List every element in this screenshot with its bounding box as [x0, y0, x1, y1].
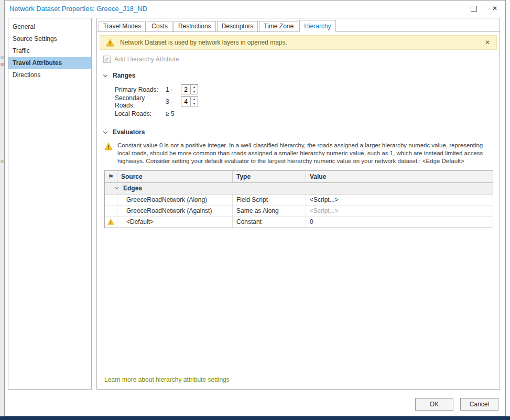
title-bar: Network Dataset Properties: Greece_J18_N…	[5, 1, 505, 16]
spinner-up-button[interactable]: ▴	[191, 85, 198, 90]
source-cell[interactable]: GreeceRoadNetwork (Against)	[117, 206, 233, 217]
chevron-down-icon	[103, 73, 108, 78]
add-hierarchy-attribute-row: ✓ Add Hierarchy Attribute	[103, 56, 500, 63]
ranges-group: Primary Roads: 1 - ▴ ▾ Secondary Roads: …	[115, 83, 500, 120]
background-speck	[1, 56, 4, 59]
evaluators-section-header[interactable]: Evaluators	[103, 128, 500, 136]
row-flag-cell	[105, 195, 117, 206]
app-status-bar	[0, 416, 510, 420]
network-dataset-properties-dialog: Network Dataset Properties: Greece_J18_N…	[4, 0, 506, 416]
edges-group-label: Edges	[123, 185, 142, 192]
spinner-down-button[interactable]: ▾	[191, 90, 198, 94]
warning-icon	[104, 143, 113, 150]
sidebar-item-general[interactable]: General	[8, 21, 91, 33]
flag-column-header: ⚑	[105, 171, 117, 183]
value-cell[interactable]: 0	[306, 217, 493, 228]
tab-restrictions[interactable]: Restrictions	[173, 21, 216, 32]
secondary-roads-lower-bound: 3 -	[166, 98, 180, 105]
evaluators-warning: Constant value 0 is not a positive integ…	[104, 142, 492, 166]
spinner-buttons: ▴ ▾	[190, 85, 198, 94]
maximize-button[interactable]	[463, 1, 484, 16]
primary-roads-label: Primary Roads:	[115, 86, 166, 93]
background-speck	[1, 160, 4, 163]
source-cell[interactable]: <Default>	[117, 217, 233, 228]
local-roads-bound: ≥ 5	[166, 110, 180, 117]
primary-roads-row: Primary Roads: 1 - ▴ ▾	[115, 83, 500, 95]
ranges-title: Ranges	[113, 72, 135, 79]
primary-roads-lower-bound: 1 -	[166, 86, 180, 93]
maximize-icon	[471, 6, 477, 12]
secondary-roads-row: Secondary Roads: 3 - ▴ ▾	[115, 95, 500, 107]
dialog-title: Network Dataset Properties: Greece_J18_N…	[5, 1, 463, 16]
cancel-button[interactable]: Cancel	[460, 398, 498, 411]
sidebar-item-traffic[interactable]: Traffic	[8, 45, 91, 57]
sidebar-item-directions[interactable]: Directions	[8, 69, 91, 81]
warning-banner: Network Dataset is used by network layer…	[100, 35, 497, 50]
ok-button[interactable]: OK	[415, 398, 453, 411]
learn-more-link[interactable]: Learn more about hierarchy attribute set…	[104, 376, 230, 383]
evaluators-warning-text: Constant value 0 is not a positive integ…	[117, 142, 492, 166]
chevron-down-icon	[115, 186, 119, 190]
warning-banner-text: Network Dataset is used by network layer…	[120, 39, 478, 46]
source-cell[interactable]: GreeceRoadNetwork (Along)	[117, 195, 233, 206]
background-speck	[1, 63, 4, 66]
secondary-roads-spinner: ▴ ▾	[181, 96, 198, 106]
content-spacer	[97, 228, 500, 376]
type-cell[interactable]: Field Script	[233, 195, 306, 206]
close-button[interactable]: ✕	[484, 1, 505, 16]
spinner-up-button[interactable]: ▴	[191, 97, 198, 102]
warning-icon	[106, 39, 114, 47]
tab-hierarchy[interactable]: Hierarchy	[299, 20, 335, 32]
value-cell[interactable]: <Script...>	[306, 195, 493, 206]
tab-time-zone[interactable]: Time Zone	[259, 21, 298, 32]
sidebar-item-source-settings[interactable]: Source Settings	[8, 33, 91, 45]
warning-icon	[107, 219, 114, 225]
evaluators-title: Evaluators	[113, 128, 145, 136]
settings-nav: General Source Settings Traffic Travel A…	[8, 18, 92, 390]
dialog-body: General Source Settings Traffic Travel A…	[5, 16, 505, 393]
primary-roads-max-input[interactable]	[181, 85, 190, 94]
type-column-header: Type	[233, 171, 306, 183]
local-roads-row: Local Roads: ≥ 5	[115, 107, 500, 120]
local-roads-label: Local Roads:	[115, 110, 166, 117]
value-column-header: Value	[306, 171, 493, 183]
tab-travel-modes[interactable]: Travel Modes	[99, 21, 146, 32]
secondary-roads-label: Secondary Roads:	[115, 94, 166, 109]
tab-costs[interactable]: Costs	[147, 21, 172, 32]
tab-strip: Travel Modes Costs Restrictions Descript…	[97, 18, 500, 32]
spinner-down-button[interactable]: ▾	[191, 102, 198, 106]
type-cell[interactable]: Same as Along	[233, 206, 306, 217]
flag-icon: ⚑	[108, 174, 114, 180]
primary-roads-spinner: ▴ ▾	[181, 84, 198, 94]
chevron-down-icon	[103, 130, 108, 134]
row-warning-cell	[105, 217, 117, 228]
add-hierarchy-attribute-checkbox[interactable]: ✓	[103, 56, 111, 63]
dialog-footer: OK Cancel	[5, 393, 505, 416]
checkmark-icon: ✓	[104, 57, 109, 62]
close-icon: ✕	[492, 5, 497, 12]
evaluators-table: ⚑ Source Type Value Edges GreeceRoadNetw…	[104, 170, 493, 228]
banner-close-button[interactable]: ✕	[483, 39, 492, 46]
tab-content-panel: Travel Modes Costs Restrictions Descript…	[96, 18, 500, 390]
row-flag-cell	[105, 206, 117, 217]
add-hierarchy-attribute-label: Add Hierarchy Attribute	[114, 56, 179, 63]
source-column-header: Source	[117, 171, 233, 183]
spinner-buttons: ▴ ▾	[190, 97, 198, 106]
value-cell[interactable]: <Script...>	[306, 206, 493, 217]
ranges-section-header[interactable]: Ranges	[103, 72, 500, 79]
sidebar-item-travel-attributes[interactable]: Travel Attributes	[8, 57, 91, 69]
type-cell[interactable]: Constant	[233, 217, 306, 228]
edges-group-row[interactable]: Edges	[105, 183, 493, 195]
tab-descriptors[interactable]: Descriptors	[217, 21, 258, 32]
secondary-roads-max-input[interactable]	[181, 97, 190, 106]
